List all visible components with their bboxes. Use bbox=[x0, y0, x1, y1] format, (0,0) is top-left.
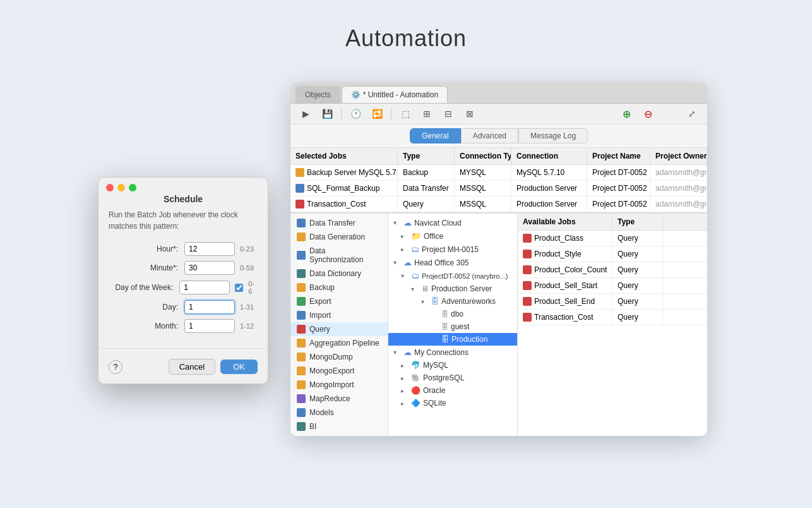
tree-my-connections[interactable]: ▾ ☁ My Connections bbox=[388, 346, 517, 359]
day-of-week-input[interactable] bbox=[179, 281, 230, 294]
head-office-icon: ☁ bbox=[403, 258, 412, 267]
save-button[interactable]: 💾 bbox=[318, 106, 336, 121]
remove-button[interactable]: ⊖ bbox=[639, 106, 657, 121]
left-item-export[interactable]: Export bbox=[290, 294, 388, 308]
tab-automation[interactable]: ⚙️* Untitled - Automation bbox=[342, 86, 448, 103]
transaction-cost-icon bbox=[523, 313, 532, 322]
left-item-data-generation[interactable]: Data Generation bbox=[290, 230, 388, 244]
td-job-name-1: Backup Server MySQL 5.7.10 bbox=[290, 165, 398, 180]
table-row[interactable]: Transaction_Cost Query MSSQL Production … bbox=[290, 197, 707, 212]
right-row-product-sell-start[interactable]: Product_Sell_Start Query bbox=[518, 278, 707, 294]
left-item-aggregation[interactable]: Aggregation Pipeline bbox=[290, 336, 388, 350]
left-item-mapreduce[interactable]: MapReduce bbox=[290, 392, 388, 406]
export-icon bbox=[297, 297, 306, 306]
sub-tab-advanced[interactable]: Advanced bbox=[461, 128, 518, 143]
tree-project-dt[interactable]: ▾ 🗂 ProjectDT-0052 (marybro...) bbox=[388, 269, 517, 282]
right-row-product-color[interactable]: Product_Color_Count Query bbox=[518, 262, 707, 278]
tree-dbo[interactable]: 🗄 dbo bbox=[388, 308, 517, 320]
query-icon-3 bbox=[296, 200, 304, 209]
tree-production[interactable]: 🗄 Production bbox=[388, 333, 517, 346]
layout-btn-4[interactable]: ⊠ bbox=[461, 106, 479, 121]
play-button[interactable]: ▶ bbox=[297, 106, 314, 121]
sub-tab-general[interactable]: General bbox=[410, 128, 461, 143]
right-row-transaction-cost[interactable]: Transaction_Cost Query bbox=[518, 310, 707, 325]
tree-adventureworks[interactable]: ▾ 🗄 Adventureworks bbox=[388, 295, 517, 308]
layout-btn-2[interactable]: ⊞ bbox=[418, 106, 436, 121]
td-connection-1: MySQL 5.7.10 bbox=[511, 165, 587, 180]
day-input[interactable] bbox=[184, 300, 235, 314]
product-class-icon bbox=[523, 234, 532, 243]
left-item-import[interactable]: Import bbox=[290, 308, 388, 322]
tab-objects[interactable]: Objects bbox=[296, 86, 340, 103]
rh-available-jobs: Available Jobs bbox=[518, 214, 612, 230]
left-item-mongodump[interactable]: MongoDump bbox=[290, 350, 388, 364]
left-item-data-dictionary[interactable]: Data Dictionary bbox=[290, 267, 388, 281]
minute-input[interactable] bbox=[184, 261, 235, 275]
add-button[interactable]: ⊕ bbox=[618, 106, 635, 121]
mongoexport-icon bbox=[297, 366, 306, 375]
jobs-table: Selected Jobs Type Connection Type Conne… bbox=[290, 148, 707, 213]
tree-navicat-cloud[interactable]: ▾ ☁ Navicat Cloud bbox=[388, 216, 517, 229]
project-mh-icon: 🗂 bbox=[411, 245, 419, 254]
right-row-product-sell-end[interactable]: Product_Sell_End Query bbox=[518, 294, 707, 310]
tree-production-server[interactable]: ▾ 🖥 Production Server bbox=[388, 282, 517, 295]
right-row-product-class[interactable]: Product_Class Query bbox=[518, 231, 707, 246]
hour-range: 0-23 bbox=[240, 245, 254, 253]
month-input[interactable] bbox=[184, 319, 235, 333]
day-of-week-range: 0-6 bbox=[248, 280, 258, 295]
layout-btn-3[interactable]: ⊟ bbox=[439, 106, 457, 121]
dialog-divider bbox=[99, 348, 268, 349]
tree-postgresql[interactable]: ▸ 🐘 PostgreSQL bbox=[388, 372, 517, 384]
hour-input[interactable] bbox=[184, 242, 235, 256]
tree-head-office[interactable]: ▾ ☁ Head Office 305 bbox=[388, 256, 517, 269]
help-button[interactable]: ? bbox=[109, 360, 122, 374]
automation-tab-icon: ⚙️ bbox=[351, 90, 361, 99]
form-row-day: Day: 1-31 bbox=[109, 300, 258, 314]
right-row-product-style[interactable]: Product_Style Query bbox=[518, 246, 707, 262]
project-mh-label: Project MH-0015 bbox=[422, 245, 479, 254]
tree-oracle[interactable]: ▸ 🔴 Oracle bbox=[388, 384, 517, 397]
sub-tab-message-log[interactable]: Message Log bbox=[518, 128, 588, 143]
left-item-mongoexport[interactable]: MongoExport bbox=[290, 364, 388, 378]
production-label: Production bbox=[451, 335, 487, 344]
tree-sqlite[interactable]: ▸ 🔷 SQLite bbox=[388, 397, 517, 409]
left-item-data-sync[interactable]: Data Synchronization bbox=[290, 244, 388, 267]
hour-label: Hour*: bbox=[109, 245, 184, 253]
toggle-oracle: ▸ bbox=[401, 387, 409, 394]
project-dt-icon: 🗂 bbox=[411, 271, 419, 281]
tree-guest[interactable]: 🗄 guest bbox=[388, 320, 517, 333]
layout-btn-1[interactable]: ⬚ bbox=[397, 106, 414, 121]
adventureworks-label: Adventureworks bbox=[441, 297, 496, 306]
toggle-pg: ▸ bbox=[401, 375, 409, 382]
navicat-cloud-icon: ☁ bbox=[403, 218, 412, 227]
cancel-button[interactable]: Cancel bbox=[169, 359, 215, 375]
tree-office[interactable]: ▸ 📁 Office bbox=[388, 229, 517, 243]
close-button[interactable] bbox=[106, 184, 114, 191]
table-row[interactable]: SQL_Format_Backup Data Transfer MSSQL Pr… bbox=[290, 181, 707, 197]
th-connection-type: Connection Type bbox=[455, 148, 511, 164]
guest-icon: 🗄 bbox=[441, 323, 448, 330]
left-item-query[interactable]: Query bbox=[290, 322, 388, 336]
left-item-backup[interactable]: Backup bbox=[290, 281, 388, 294]
refresh-button[interactable]: 🔁 bbox=[368, 106, 386, 121]
th-project-name: Project Name bbox=[587, 148, 650, 164]
mapreduce-icon bbox=[297, 394, 306, 403]
table-row[interactable]: Backup Server MySQL 5.7.10 Backup MYSQL … bbox=[290, 165, 707, 181]
td-conn-type-3: MSSQL bbox=[455, 197, 511, 212]
minimize-button[interactable] bbox=[117, 184, 125, 191]
td-conn-type-2: MSSQL bbox=[455, 181, 511, 196]
left-item-models[interactable]: Models bbox=[290, 406, 388, 420]
toggle-production-server: ▾ bbox=[411, 286, 419, 293]
tree-project-mh[interactable]: ▸ 🗂 Project MH-0015 bbox=[388, 243, 517, 256]
expand-button[interactable]: ⤢ bbox=[683, 106, 701, 121]
left-item-data-transfer[interactable]: Data Transfer bbox=[290, 216, 388, 230]
day-of-week-checkbox[interactable] bbox=[235, 284, 243, 292]
left-item-mongoimport[interactable]: MongoImport bbox=[290, 378, 388, 392]
automation-window: Objects ⚙️* Untitled - Automation ▶ 💾 🕐 … bbox=[290, 82, 707, 436]
schedule-button[interactable]: 🕐 bbox=[347, 106, 364, 121]
tree-mysql[interactable]: ▸ 🐬 MySQL bbox=[388, 359, 517, 372]
ok-button[interactable]: OK bbox=[220, 360, 258, 374]
left-item-bi[interactable]: BI bbox=[290, 420, 388, 433]
td-project-2: Project DT-0052 bbox=[587, 181, 650, 196]
maximize-button[interactable] bbox=[129, 184, 136, 191]
